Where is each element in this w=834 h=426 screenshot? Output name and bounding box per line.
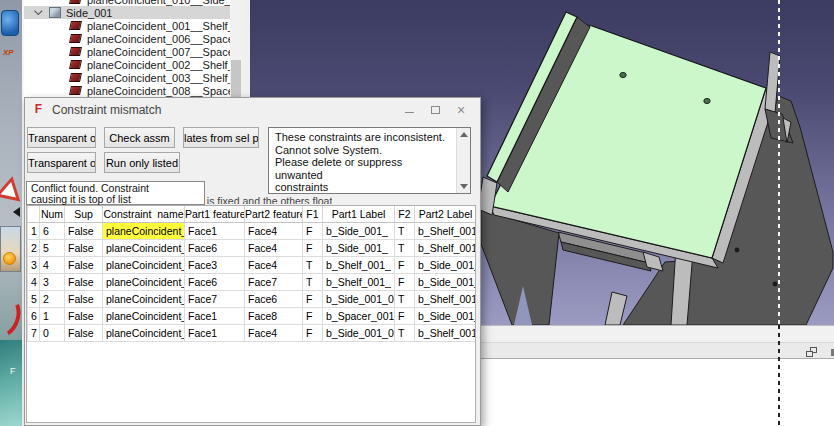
solver-message-box[interactable]: These constraints are inconsistent. Cann… [268,127,471,194]
table-cell: 2 [28,239,40,256]
table-row[interactable]: 52FalseplaneCoincident_005Face7Face6Fb_S… [28,290,477,307]
constraint-icon [69,73,82,82]
tree-item[interactable]: planeCoincident_008__Spacer_001 [24,84,230,97]
constraint-icon [69,34,82,43]
table-cell: b_Side_001_ [415,273,477,290]
tree-item[interactable]: planeCoincident_006__Spacer_001 [24,32,230,45]
chevron-down-icon[interactable] [34,6,42,14]
table-cell: F [395,273,415,290]
maximize-button[interactable] [422,100,448,120]
column-header[interactable]: Part2 feature [245,206,303,222]
table-cell: planeCoincident_001 [103,239,185,256]
mates-from-sel-parts-button[interactable]: lates from sel parts [183,127,259,148]
table-cell: Face3 [185,256,245,273]
constraint-icon [69,60,82,69]
column-header[interactable]: Num [40,206,65,222]
table-cell: Face4 [245,324,303,341]
table-cell: F [303,324,323,341]
tree-item-label: planeCoincident_001__Shelf_001 [87,20,230,32]
table-cell: 1 [28,222,40,239]
column-header[interactable] [28,206,40,222]
close-icon: × [457,103,465,117]
table-cell: b_Side_001_ [323,239,395,256]
tree-item[interactable]: planeCoincident_001__Shelf_001 [24,19,230,32]
red-swoosh [0,290,22,342]
table-cell: b_Shelf_001_ [323,273,395,290]
table-cell: 0 [40,324,65,341]
table-row[interactable]: 16FalseplaneCoincident_010Face1Face4Fb_S… [28,222,477,239]
transparent-on-button[interactable]: Transparent on [27,152,96,173]
constraint-icon [69,86,82,95]
tree-item[interactable]: planeCoincident_002__Shelf_001 [24,58,230,71]
minimize-button[interactable] [396,100,422,120]
table-cell: 3 [40,273,65,290]
table-row[interactable]: 25FalseplaneCoincident_001Face6Face4Fb_S… [28,239,477,256]
table-cell: Face6 [185,239,245,256]
table-cell: F [303,307,323,324]
table-row[interactable]: 34FalseplaneCoincident_002Face3Face4Tb_S… [28,256,477,273]
tree-item[interactable]: planeCoincident_003__Shelf_001 [24,71,230,84]
column-header[interactable]: Part1 feature [185,206,245,222]
column-header[interactable]: Sup [65,206,103,222]
table-cell: Face1 [185,222,245,239]
table-row[interactable]: 61FalseplaneCoincident_008Face1Face8Fb_S… [28,307,477,324]
tree-item[interactable]: planeCoincident_007__Spacer_001 [24,45,230,58]
tree-item-label: planeCoincident_007__Spacer_001 [87,46,230,58]
table-cell: 1 [40,307,65,324]
transparent-off-button[interactable]: Transparent off [27,127,96,148]
table-cell: b_Shelf_001_ [415,222,477,239]
tree-item-label: planeCoincident_002__Shelf_001 [87,59,230,71]
table-cell: False [65,324,103,341]
table-cell: Face6 [185,273,245,290]
table-cell: T [303,273,323,290]
tree-scrollbar[interactable] [230,0,242,97]
table-cell: F [303,222,323,239]
column-header[interactable]: Constraint name [103,206,185,222]
column-header[interactable]: Part1 Label [323,206,395,222]
tree-item-label: Side_001 [66,7,113,19]
warning-triangle-icon [0,174,22,202]
table-cell: b_Side_001_ [415,256,477,273]
table-cell: Face1 [185,307,245,324]
table-cell: b_Side_001_ [415,307,477,324]
table-cell: F [303,290,323,307]
constraint-table: NumSupConstraint namePart1 featurePart2 … [27,206,476,342]
table-cell: F [395,307,415,324]
maximize-icon [431,106,440,114]
table-cell: b_Shelf_001_ [415,324,477,341]
minimize-icon [405,112,414,113]
desktop-photo-teal [0,340,22,426]
table-cell: False [65,239,103,256]
snap-guide-line-top [778,0,780,325]
table-cell: 4 [28,273,40,290]
table-cell: planeCoincident_009 [103,324,185,341]
restore-window-icon[interactable] [806,347,817,357]
table-cell: b_Side_001_ [323,222,395,239]
table-cell: 6 [28,307,40,324]
table-row[interactable]: 70FalseplaneCoincident_009Face1Face4Fb_S… [28,324,477,341]
table-cell: 7 [28,324,40,341]
table-cell: F [395,256,415,273]
column-header[interactable]: F1 [303,206,323,222]
check-assm-button[interactable]: Check assm [104,127,175,148]
table-row[interactable]: 43FalseplaneCoincident_003Face6Face7Tb_S… [28,273,477,290]
constraint-icon [69,47,82,56]
run-only-listed-button[interactable]: Run only listed [104,152,180,173]
table-cell: b_Shelf_001_ [323,256,395,273]
table-cell: Face1 [185,324,245,341]
table-cell: Face4 [245,222,303,239]
desktop-letter: F [10,366,16,376]
table-cell: F [303,239,323,256]
tree-item[interactable]: Side_001 [24,6,230,19]
table-cell: Face4 [245,239,303,256]
table-cell: Face7 [185,290,245,307]
column-header[interactable]: F2 [395,206,415,222]
tree-scrollbar-thumb[interactable] [231,60,241,97]
dialog-titlebar[interactable]: F Constraint mismatch × [25,98,480,121]
tree-items: planeCoincident_010__Side_001Side_001pla… [24,0,230,97]
table-cell: planeCoincident_005 [103,290,185,307]
close-button[interactable]: × [448,100,474,120]
column-header[interactable]: Part2 Label [415,206,477,222]
table-cell: planeCoincident_010 [103,222,185,239]
table-cell: 3 [28,256,40,273]
